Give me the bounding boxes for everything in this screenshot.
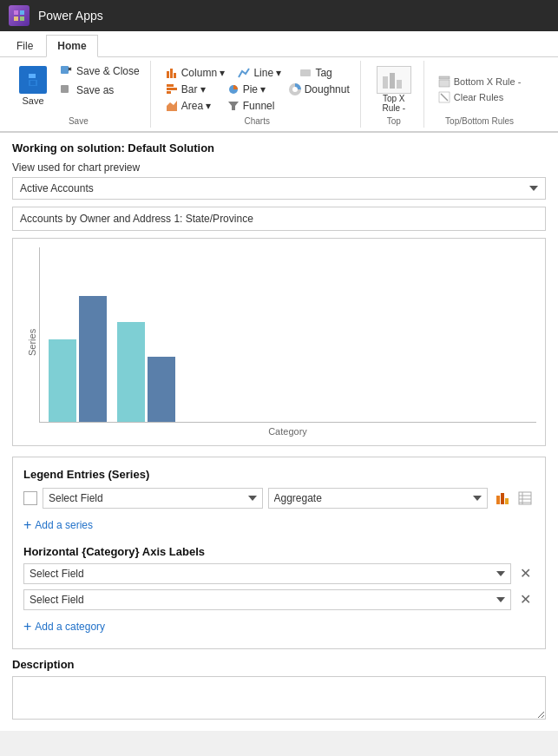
svg-rect-24: [390, 73, 395, 89]
tab-home[interactable]: Home: [46, 35, 97, 57]
chart-type-funnel[interactable]: Funnel: [223, 98, 279, 114]
svg-rect-32: [505, 498, 509, 504]
top-x-icon: [377, 66, 411, 94]
chart-type-line[interactable]: Line ▾: [233, 65, 290, 81]
ribbon: Save Save & Close: [0, 57, 558, 133]
pie-label: Pie ▾: [243, 83, 266, 95]
save-as-label: Save as: [76, 84, 114, 96]
series-checkbox[interactable]: [23, 491, 37, 505]
clear-rules-button[interactable]: Clear Rules: [435, 90, 525, 104]
chart-type-doughnut[interactable]: Doughnut: [285, 82, 353, 97]
solution-title: Working on solution: Default Solution: [12, 141, 546, 154]
legend-section: Legend Entries (Series) Select Field Agg…: [12, 457, 546, 649]
bar-chart-icon: [165, 82, 179, 96]
svg-rect-23: [383, 76, 388, 89]
cat-field-select-2[interactable]: Select Field: [23, 589, 511, 610]
ribbon-group-rules: Bottom X Rule - Clear Rules Top/Bottom R…: [428, 61, 532, 128]
bar-1-light: [49, 339, 76, 422]
bar-2-light: [117, 322, 145, 422]
clear-rules-label: Clear Rules: [454, 92, 503, 102]
tag-chart-icon: [299, 66, 312, 80]
doughnut-label: Doughnut: [305, 83, 350, 95]
remove-category-2-button[interactable]: ✕: [516, 591, 535, 608]
ribbon-group-charts: Column ▾ Line ▾ Ta: [154, 61, 361, 128]
svg-rect-5: [29, 74, 36, 78]
chart-type-pie[interactable]: Pie ▾: [223, 82, 279, 97]
ribbon-group-save: Save Save & Close: [7, 61, 151, 128]
series-field-row: Select Field Aggregate: [23, 488, 535, 509]
add-category-label: Add a category: [35, 621, 105, 633]
svg-rect-31: [501, 493, 504, 504]
bar-2-dark: [148, 357, 175, 422]
svg-rect-11: [61, 85, 69, 93]
chart-type-bar[interactable]: Bar ▾: [161, 82, 218, 97]
save-sub-buttons: Save & Close Save as: [56, 62, 143, 99]
chart-type-column[interactable]: Column ▾: [161, 65, 229, 81]
tab-file[interactable]: File: [5, 35, 44, 56]
svg-rect-17: [167, 88, 177, 90]
column-label: Column ▾: [181, 67, 226, 79]
svg-rect-18: [167, 91, 171, 94]
remove-category-1-button[interactable]: ✕: [516, 565, 535, 582]
top-x-label: Top XRule -: [382, 94, 405, 113]
pie-chart-icon: [226, 82, 240, 96]
column-chart-icon: [165, 66, 179, 80]
save-button[interactable]: Save: [14, 62, 52, 109]
app-icon: [9, 5, 30, 26]
description-textarea[interactable]: [12, 676, 546, 720]
bar-label: Bar ▾: [181, 83, 206, 95]
svg-rect-1: [20, 10, 24, 15]
description-label: Description: [12, 658, 546, 671]
legend-heading: Legend Entries (Series): [23, 468, 535, 481]
bar-group-2: [117, 322, 175, 422]
view-dropdown[interactable]: Active Accounts All Accounts: [12, 177, 546, 200]
save-as-button[interactable]: Save as: [56, 82, 143, 99]
svg-rect-12: [167, 71, 169, 78]
funnel-label: Funnel: [243, 100, 275, 112]
main-content: Working on solution: Default Solution Vi…: [0, 133, 558, 731]
category-heading: Horizontal {Category} Axis Labels: [23, 545, 535, 558]
svg-rect-8: [61, 66, 69, 74]
bottom-x-rule-button[interactable]: Bottom X Rule -: [435, 75, 525, 89]
svg-rect-3: [20, 16, 24, 21]
chart-title: Accounts by Owner and Address 1: State/P…: [12, 207, 546, 231]
title-bar: Power Apps: [0, 0, 558, 31]
line-chart-icon: [237, 66, 251, 80]
x-axis-label: Category: [39, 426, 536, 437]
svg-marker-22: [228, 102, 239, 110]
chart-type-tag[interactable]: Tag: [295, 65, 351, 81]
save-close-icon: [59, 64, 73, 78]
aggregate-select[interactable]: Aggregate: [268, 488, 489, 509]
save-as-icon: [59, 83, 73, 97]
series-field-wrap: Select Field: [43, 488, 263, 509]
save-close-button[interactable]: Save & Close: [56, 62, 143, 80]
ribbon-tabs: File Home: [0, 31, 558, 57]
bar-chart-series-icon[interactable]: [493, 489, 512, 508]
series-field-select[interactable]: Select Field: [43, 488, 263, 509]
add-category-link[interactable]: + Add a category: [23, 615, 535, 638]
description-section: Description: [12, 658, 546, 722]
svg-rect-2: [14, 16, 18, 21]
add-series-plus: +: [23, 517, 31, 533]
area-label: Area ▾: [181, 100, 212, 112]
cat-field-wrap-1: Select Field: [23, 563, 511, 584]
table-series-icon[interactable]: [515, 489, 535, 508]
funnel-chart-icon: [226, 99, 240, 113]
svg-rect-15: [300, 69, 311, 76]
svg-rect-7: [30, 81, 36, 85]
svg-rect-14: [174, 73, 176, 78]
svg-marker-21: [167, 101, 177, 111]
topx-group-label: Top: [387, 116, 401, 126]
cat-field-wrap-2: Select Field: [23, 589, 511, 610]
cat-field-select-1[interactable]: Select Field: [23, 563, 511, 584]
add-category-plus: +: [23, 619, 31, 634]
chart-type-area[interactable]: Area ▾: [161, 98, 218, 114]
rules-group-label: Top/Bottom Rules: [445, 116, 514, 126]
svg-rect-25: [397, 80, 402, 89]
aggregate-wrap: Aggregate: [268, 488, 489, 509]
save-close-label: Save & Close: [76, 65, 140, 77]
add-series-link[interactable]: + Add a series: [23, 514, 535, 536]
doughnut-chart-icon: [288, 82, 302, 96]
line-label: Line ▾: [253, 67, 281, 79]
top-x-button[interactable]: Top XRule -: [371, 62, 417, 116]
